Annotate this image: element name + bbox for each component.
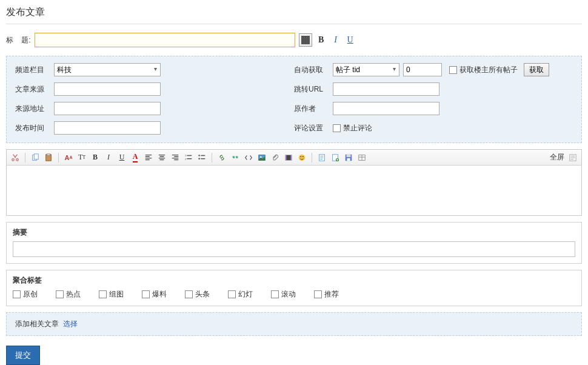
tag-item: 原创 bbox=[13, 289, 38, 300]
source-input[interactable] bbox=[54, 82, 161, 96]
summary-title: 摘要 bbox=[13, 227, 575, 238]
comment-label: 评论设置 bbox=[294, 123, 333, 133]
auto-fetch-num-input[interactable] bbox=[403, 63, 442, 76]
underline-button[interactable]: U bbox=[345, 35, 356, 45]
tag-label: 热点 bbox=[66, 289, 81, 300]
color-swatch-icon bbox=[301, 36, 310, 44]
svg-point-16 bbox=[300, 156, 301, 157]
tag-item: 热点 bbox=[56, 289, 81, 300]
svg-point-17 bbox=[302, 156, 304, 157]
attachment-icon[interactable] bbox=[270, 153, 280, 162]
tag-checkbox[interactable] bbox=[99, 290, 107, 298]
font-size-icon[interactable]: TT bbox=[77, 153, 87, 162]
related-articles-bar: 添加相关文章 选择 bbox=[6, 312, 582, 336]
tag-checkbox[interactable] bbox=[271, 290, 279, 298]
align-right-icon[interactable] bbox=[170, 153, 180, 162]
fetch-all-label: 获取楼主所有帖子 bbox=[459, 65, 518, 75]
source-icon[interactable] bbox=[568, 153, 578, 162]
separator-icon bbox=[212, 153, 212, 162]
svg-point-1 bbox=[16, 158, 19, 161]
image-icon[interactable] bbox=[257, 153, 267, 162]
submit-button[interactable]: 提交 bbox=[6, 346, 40, 365]
fullscreen-button[interactable]: 全屏 bbox=[550, 152, 564, 162]
auto-fetch-select[interactable]: 帖子 tid bbox=[333, 63, 399, 76]
tag-label: 滚动 bbox=[281, 289, 296, 300]
link-icon[interactable] bbox=[217, 153, 227, 162]
svg-rect-5 bbox=[47, 153, 50, 155]
italic-icon[interactable]: I bbox=[104, 153, 113, 162]
editor: AA TT B I U A 12 全屏 bbox=[6, 149, 582, 216]
tag-label: 头条 bbox=[195, 289, 210, 300]
cut-icon[interactable] bbox=[10, 153, 20, 162]
video-icon[interactable] bbox=[284, 153, 293, 162]
align-center-icon[interactable] bbox=[157, 153, 167, 162]
title-row: 标 题: B I U bbox=[6, 33, 582, 47]
tag-checkbox[interactable] bbox=[142, 290, 150, 298]
svg-rect-3 bbox=[34, 153, 38, 159]
text-color-picker[interactable] bbox=[299, 33, 312, 47]
tag-label: 推荐 bbox=[324, 289, 339, 300]
bold-button[interactable]: B bbox=[316, 35, 327, 45]
svg-point-0 bbox=[12, 158, 15, 161]
tags-title: 聚合标签 bbox=[13, 275, 575, 286]
source-label: 文章来源 bbox=[15, 84, 54, 95]
source-url-input[interactable] bbox=[54, 102, 161, 115]
tag-item: 推荐 bbox=[314, 289, 339, 300]
separator-icon bbox=[25, 153, 25, 162]
title-input[interactable] bbox=[35, 33, 295, 47]
title-label: 标 题: bbox=[6, 35, 31, 45]
svg-rect-23 bbox=[347, 158, 350, 160]
page-icon[interactable] bbox=[317, 153, 327, 162]
tag-label: 爆料 bbox=[152, 289, 167, 300]
italic-button[interactable]: I bbox=[330, 35, 341, 45]
underline-icon[interactable]: U bbox=[117, 153, 127, 162]
auto-fetch-label: 自动获取 bbox=[294, 65, 333, 75]
tag-checkbox[interactable] bbox=[228, 290, 236, 298]
tag-label: 组图 bbox=[109, 289, 124, 300]
save-icon[interactable] bbox=[344, 153, 353, 162]
channel-select[interactable]: 科技 bbox=[54, 63, 161, 76]
tag-checkbox[interactable] bbox=[13, 290, 21, 298]
paste-icon[interactable] bbox=[44, 153, 53, 162]
meta-panel: 频道栏目 科技 文章来源 来源地址 发布时间 自动获取 帖子 tid 获取楼主所… bbox=[6, 56, 582, 143]
emoji-icon[interactable] bbox=[297, 153, 307, 162]
list-ordered-icon[interactable]: 12 bbox=[184, 153, 193, 162]
author-input[interactable] bbox=[333, 102, 439, 115]
svg-point-15 bbox=[299, 154, 306, 161]
svg-rect-22 bbox=[347, 154, 351, 156]
separator-icon bbox=[58, 153, 59, 162]
tag-label: 幻灯 bbox=[238, 289, 253, 300]
summary-input[interactable] bbox=[13, 241, 575, 257]
code-icon[interactable] bbox=[244, 153, 253, 162]
tag-checkbox[interactable] bbox=[56, 290, 64, 298]
editor-content[interactable] bbox=[7, 166, 581, 215]
quote-icon[interactable] bbox=[230, 153, 240, 162]
font-color-icon[interactable]: A bbox=[130, 153, 140, 162]
list-unordered-icon[interactable] bbox=[197, 153, 207, 162]
svg-text:1: 1 bbox=[185, 154, 187, 157]
bold-icon[interactable]: B bbox=[90, 153, 100, 162]
author-label: 原作者 bbox=[294, 104, 333, 114]
channel-label: 频道栏目 bbox=[15, 65, 54, 75]
tags-section: 聚合标签 原创热点组图爆料头条幻灯滚动推荐 bbox=[6, 270, 582, 306]
copy-icon[interactable] bbox=[30, 153, 40, 162]
publish-time-input[interactable] bbox=[54, 121, 161, 135]
redirect-label: 跳转URL bbox=[294, 84, 333, 95]
tag-checkbox[interactable] bbox=[185, 290, 193, 298]
fetch-all-checkbox[interactable] bbox=[449, 66, 457, 74]
editor-toolbar: AA TT B I U A 12 全屏 bbox=[7, 150, 581, 166]
tag-checkbox[interactable] bbox=[314, 290, 322, 298]
page-title: 发布文章 bbox=[6, 4, 582, 24]
table-icon[interactable] bbox=[357, 153, 367, 162]
remove-format-icon[interactable]: AA bbox=[64, 153, 73, 162]
align-left-icon[interactable] bbox=[144, 153, 153, 162]
fetch-button[interactable]: 获取 bbox=[524, 63, 549, 76]
tag-item: 滚动 bbox=[271, 289, 296, 300]
redirect-input[interactable] bbox=[333, 82, 439, 96]
publish-time-label: 发布时间 bbox=[15, 123, 54, 133]
tag-item: 组图 bbox=[99, 289, 124, 300]
disable-comment-checkbox[interactable] bbox=[333, 124, 341, 132]
tag-item: 头条 bbox=[185, 289, 210, 300]
related-select-link[interactable]: 选择 bbox=[63, 320, 78, 328]
page-add-icon[interactable] bbox=[330, 153, 340, 162]
